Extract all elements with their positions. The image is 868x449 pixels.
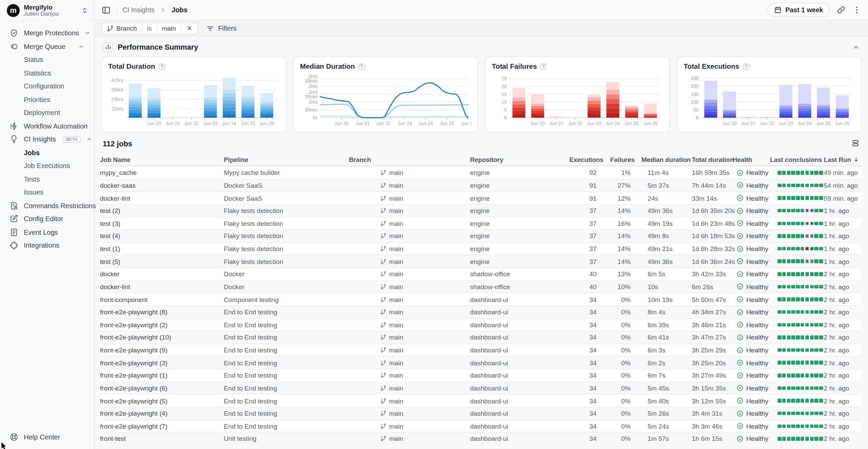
conclusion-square bbox=[801, 399, 804, 403]
column-header-executions[interactable]: Executions bbox=[563, 155, 606, 163]
sidebar-item-config-editor[interactable]: Config Editor bbox=[4, 212, 90, 226]
executions-cell: 40 bbox=[563, 270, 606, 278]
table-row[interactable]: front-e2e-playwright (6) End to End test… bbox=[100, 381, 861, 394]
column-header-last-conclusions[interactable]: Last conclusions bbox=[765, 155, 824, 163]
last-run-cell: 2 hr. ago bbox=[824, 359, 861, 366]
column-header-last-run[interactable]: Last Run bbox=[824, 155, 861, 163]
conclusion-square bbox=[819, 323, 823, 327]
table-row[interactable]: front-e2e-playwright (1) End to End test… bbox=[100, 369, 861, 381]
date-range-button[interactable]: Past 1 week bbox=[768, 3, 830, 17]
sidebar-item-help-center[interactable]: Help Center bbox=[4, 430, 90, 444]
sidebar-item-deployment[interactable]: Deployment bbox=[4, 106, 90, 119]
sidebar-item-ci-insights[interactable]: CI Insights BETA bbox=[4, 133, 90, 146]
table-row[interactable]: front-e2e-playwright (8) End to End test… bbox=[100, 305, 861, 318]
last-run-cell: 2 hr. ago bbox=[824, 283, 861, 290]
conclusion-square bbox=[778, 348, 781, 352]
sidebar-item-priorities[interactable]: Priorities bbox=[4, 93, 90, 106]
check-circle-icon bbox=[737, 372, 744, 379]
sidebar-item-issues[interactable]: Issues bbox=[4, 186, 90, 199]
executions-cell: 34 bbox=[563, 321, 606, 329]
pipeline-cell: Component testing bbox=[224, 296, 349, 303]
table-row[interactable]: front-e2e-playwright (9) End to End test… bbox=[100, 344, 861, 356]
sidebar-item-merge-protections[interactable]: Merge Protections bbox=[4, 27, 90, 40]
table-row[interactable]: test (3) Flaky tests detection main engi… bbox=[100, 217, 861, 229]
table-row[interactable]: mypy_cache Mypy cache builder main engin… bbox=[100, 166, 861, 179]
table-row[interactable]: front-e2e-playwright (2) End to End test… bbox=[100, 318, 861, 331]
table-row[interactable]: front-e2e-playwright (3) End to End test… bbox=[100, 356, 861, 369]
failures-cell: 0% bbox=[606, 410, 636, 417]
table-row[interactable]: front-e2e-playwright (10) End to End tes… bbox=[100, 331, 861, 343]
column-header-job-name[interactable]: Job Name bbox=[100, 155, 224, 163]
table-row[interactable]: docker-saas Docker SaaS main engine 91 2… bbox=[100, 179, 861, 191]
sidebar-item-workflow-automation[interactable]: Workflow Automation bbox=[4, 119, 90, 133]
column-header-failures[interactable]: Failures bbox=[606, 155, 636, 163]
sidebar-item-status[interactable]: Status bbox=[4, 53, 90, 66]
sidebar-item-tests[interactable]: Tests bbox=[4, 172, 90, 186]
sidebar-toggle-button[interactable] bbox=[101, 5, 111, 15]
sidebar-item-configuration[interactable]: Configuration bbox=[4, 80, 90, 93]
table-view-toggle-button[interactable] bbox=[851, 139, 860, 148]
table-row[interactable]: front-e2e-playwright (5) End to End test… bbox=[100, 394, 861, 407]
filter-value[interactable]: main bbox=[156, 23, 181, 34]
filter-field[interactable]: Branch bbox=[102, 23, 141, 34]
column-header-branch[interactable]: Branch bbox=[349, 155, 470, 163]
sidebar-item-integrations[interactable]: Integrations bbox=[4, 239, 90, 252]
breadcrumb-section[interactable]: CI Insights bbox=[122, 6, 155, 14]
svg-text:15: 15 bbox=[501, 92, 507, 97]
share-link-button[interactable] bbox=[837, 5, 846, 14]
table-row[interactable]: test (5) Flaky tests detection main engi… bbox=[100, 255, 861, 267]
conclusion-square bbox=[819, 361, 823, 365]
sidebar-item-jobs[interactable]: Jobs bbox=[4, 146, 90, 159]
calendar-icon bbox=[774, 6, 782, 14]
help-icon[interactable]: ? bbox=[742, 63, 749, 70]
filter-remove-button[interactable] bbox=[181, 23, 197, 34]
conclusion-square bbox=[778, 437, 781, 440]
conclusion-square bbox=[819, 221, 823, 225]
health-cell: Healthy bbox=[724, 257, 765, 265]
conclusion-square bbox=[815, 323, 818, 327]
last-run-cell: 2 hr. ago bbox=[824, 384, 861, 392]
column-header-health[interactable]: Health bbox=[724, 155, 765, 163]
conclusion-square bbox=[782, 298, 786, 301]
pipeline-cell: Flaky tests detection bbox=[224, 257, 349, 265]
health-cell: Healthy bbox=[724, 232, 765, 240]
table-row[interactable]: front-e2e-playwright (7) End to End test… bbox=[100, 419, 861, 432]
beta-badge: BETA bbox=[63, 136, 81, 143]
chevron-updown-icon bbox=[81, 6, 88, 14]
more-options-button[interactable] bbox=[852, 5, 861, 14]
table-row[interactable]: docker-lint Docker SaaS main engine 91 1… bbox=[100, 192, 861, 204]
help-icon[interactable]: ? bbox=[358, 63, 365, 70]
conclusion-square bbox=[782, 234, 786, 238]
org-switcher[interactable]: m Mergifyio Julien Danjou bbox=[0, 0, 94, 21]
help-icon[interactable]: ? bbox=[158, 63, 165, 70]
sidebar-item-event-logs[interactable]: Event Logs bbox=[4, 226, 90, 239]
table-row[interactable]: front-e2e-playwright (4) End to End test… bbox=[100, 407, 861, 419]
table-row[interactable]: front-component Component testing main d… bbox=[100, 293, 861, 305]
branch-cell: main bbox=[349, 257, 470, 265]
table-body: mypy_cache Mypy cache builder main engin… bbox=[100, 166, 861, 445]
column-header-repository[interactable]: Repository bbox=[470, 155, 563, 163]
table-row[interactable]: test (2) Flaky tests detection main engi… bbox=[100, 204, 861, 217]
filter-operator[interactable]: is bbox=[141, 23, 156, 34]
table-row[interactable]: docker Docker main shadow-office 40 13% … bbox=[100, 267, 861, 280]
conclusion-square bbox=[819, 260, 823, 263]
conclusion-square bbox=[778, 234, 781, 238]
column-header-median-duration[interactable]: Median duration bbox=[636, 155, 674, 163]
pipeline-cell: End to End testing bbox=[224, 308, 349, 316]
conclusion-square bbox=[787, 361, 790, 365]
collapse-section-button[interactable] bbox=[852, 43, 860, 51]
column-header-total-duration[interactable]: Total duration bbox=[674, 155, 724, 163]
sidebar-item-merge-queue[interactable]: Merge Queue bbox=[4, 40, 90, 53]
conclusion-square bbox=[782, 424, 786, 428]
sidebar-item-commands-restrictions[interactable]: Commands Restrictions bbox=[4, 199, 90, 212]
sidebar-item-statistics[interactable]: Statistics bbox=[4, 66, 90, 80]
sidebar-item-job-executions[interactable]: Job Executions bbox=[4, 159, 90, 172]
conclusion-square bbox=[782, 373, 786, 377]
table-row[interactable]: test (4) Flaky tests detection main engi… bbox=[100, 229, 861, 242]
table-row[interactable]: docker-lint Docker main shadow-office 40… bbox=[100, 280, 861, 293]
filters-button[interactable]: Filters bbox=[206, 24, 236, 32]
table-row[interactable]: test (1) Flaky tests detection main engi… bbox=[100, 242, 861, 255]
column-header-pipeline[interactable]: Pipeline bbox=[224, 155, 349, 163]
table-row[interactable]: front-test Unit testing main dashboard-u… bbox=[100, 432, 861, 445]
help-icon[interactable]: ? bbox=[540, 63, 547, 70]
